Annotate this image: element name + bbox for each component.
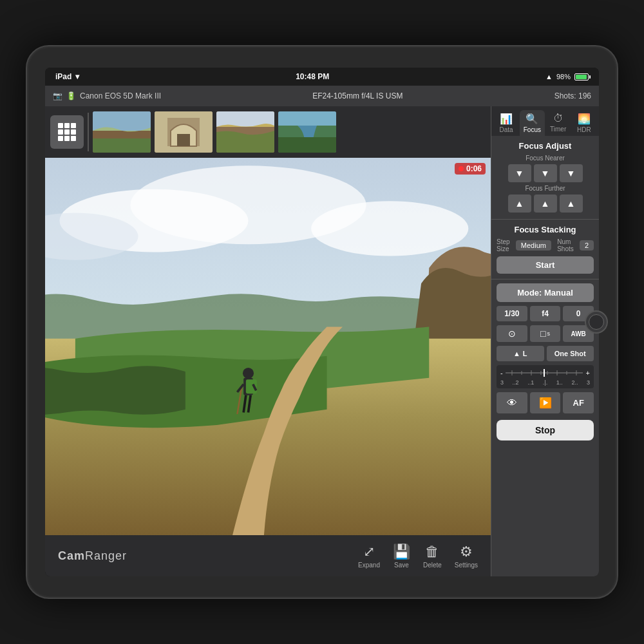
wb-label: AWB: [571, 330, 586, 337]
stop-button[interactable]: Stop: [497, 420, 594, 440]
thumbnail-1[interactable]: [93, 111, 151, 153]
metering-button[interactable]: ⊙: [497, 325, 527, 342]
landscape-photo: [45, 158, 491, 535]
delete-button[interactable]: 🗑 Delete: [423, 544, 442, 569]
tab-data[interactable]: 📊 Data: [494, 110, 518, 136]
num-shots-label: NumShots: [557, 238, 574, 252]
focus-stacking-title: Focus Stacking: [497, 225, 594, 234]
right-panel: 📊 Data 🔍 Focus ⏱ Timer 🌅 HDR: [491, 106, 599, 576]
live-view-button[interactable]: 👁: [497, 392, 527, 413]
camera-icon: 📷: [53, 91, 62, 100]
status-bar: iPad ▾ 10:48 PM ▲ 98%: [45, 68, 599, 86]
brand-bold: Cam: [58, 549, 85, 562]
shots-count: Shots: 196: [554, 91, 591, 100]
exposure-row: 1/30 f4 0: [491, 306, 599, 325]
app-bar: 📷 🔋 Canon EOS 5D Mark III EF24-105mm f/4…: [45, 86, 599, 106]
grid-view-button[interactable]: [50, 115, 84, 149]
thumbnail-strip: [45, 106, 491, 158]
mode-button[interactable]: Mode: Manual: [497, 283, 594, 302]
step-size-value[interactable]: Medium: [516, 240, 551, 251]
focus-further-small[interactable]: ▲: [508, 194, 531, 213]
svg-rect-5: [177, 134, 190, 146]
shutter-speed[interactable]: 1/30: [497, 306, 527, 321]
toolbar-icons: ⤢ Expand 💾 Save 🗑 Delete ⚙: [358, 544, 478, 569]
time-display: 10:48 PM: [296, 72, 329, 81]
drive-size-label: L: [523, 350, 527, 357]
af-mode-label: One Shot: [554, 350, 586, 357]
timer-tab-label: Timer: [550, 126, 566, 133]
brand-logo: CamRanger: [58, 549, 127, 563]
svg-point-19: [243, 368, 254, 379]
device-label: iPad: [55, 72, 71, 81]
video-icon: ▶️: [539, 397, 552, 409]
focus-stacking-section: Focus Stacking StepSize Medium NumShots …: [491, 220, 599, 279]
focus-further-medium[interactable]: ▲: [534, 194, 557, 213]
aperture[interactable]: f4: [530, 306, 561, 321]
expand-label: Expand: [358, 562, 380, 569]
camera-mode-row: ⊙ □s AWB: [491, 325, 599, 346]
start-button[interactable]: Start: [497, 256, 594, 274]
focus-further-label: Focus Further: [497, 185, 594, 192]
delete-icon: 🗑: [425, 544, 439, 560]
step-size-row: StepSize Medium NumShots 2: [497, 238, 594, 252]
drive-button[interactable]: ▲ L: [497, 346, 544, 361]
svg-rect-8: [278, 111, 336, 126]
thumbnail-2[interactable]: [155, 111, 213, 153]
location-icon: ▲: [545, 73, 553, 80]
focus-further-buttons: ▲ ▲ ▲: [497, 194, 594, 213]
save-button[interactable]: 💾 Save: [393, 544, 410, 569]
thumbnail-3[interactable]: [216, 111, 274, 153]
af-button[interactable]: AF: [563, 392, 594, 413]
num-shots-value[interactable]: 2: [580, 240, 594, 251]
svg-point-14: [311, 201, 468, 256]
focus-nearer-buttons: ▼ ▼ ▼: [497, 164, 594, 182]
metering-icon: ⊙: [508, 328, 516, 339]
hdr-tab-icon: 🌅: [578, 113, 591, 125]
main-content: 0:06 CamRanger ⤢ Expand 💾: [45, 106, 599, 576]
settings-label: Settings: [455, 562, 478, 569]
focus-tab-label: Focus: [524, 126, 541, 133]
timer-dot: [459, 166, 464, 171]
ipad-frame: iPad ▾ 10:48 PM ▲ 98% 📷 🔋 Canon EOS 5D M…: [26, 45, 618, 599]
step-size-label: StepSize: [497, 238, 510, 252]
tab-timer[interactable]: ⏱ Timer: [546, 110, 571, 136]
home-button-inner: [589, 314, 604, 330]
ipad-screen: iPad ▾ 10:48 PM ▲ 98% 📷 🔋 Canon EOS 5D M…: [45, 68, 599, 576]
focus-nearer-small[interactable]: ▼: [508, 164, 531, 182]
drive-mode-button[interactable]: □s: [530, 325, 561, 342]
expand-icon: ⤢: [363, 544, 375, 560]
exposure-scale: [503, 368, 586, 378]
settings-button[interactable]: ⚙ Settings: [455, 544, 478, 569]
drive-af-row: ▲ L One Shot: [491, 346, 599, 365]
focus-further-large[interactable]: ▲: [560, 194, 583, 213]
left-panel: 0:06 CamRanger ⤢ Expand 💾: [45, 106, 491, 576]
af-mode-button[interactable]: One Shot: [547, 346, 594, 361]
tab-hdr[interactable]: 🌅 HDR: [572, 110, 596, 136]
expand-button[interactable]: ⤢ Expand: [358, 544, 380, 569]
exposure-bar[interactable]: -: [497, 365, 594, 388]
bottom-bar: CamRanger ⤢ Expand 💾 Save 🗑: [45, 535, 491, 576]
panel-spacer: [491, 443, 599, 576]
tab-focus[interactable]: 🔍 Focus: [520, 110, 544, 136]
video-button[interactable]: ▶️: [530, 392, 561, 413]
focus-nearer-large[interactable]: ▼: [560, 164, 583, 182]
battery-fill: [576, 75, 587, 79]
eye-icon: 👁: [507, 397, 517, 409]
brand-light: Ranger: [85, 549, 127, 562]
plus-sign: +: [586, 369, 590, 377]
battery-pct: 98%: [556, 73, 571, 80]
af-label: AF: [573, 398, 584, 408]
data-tab-icon: 📊: [500, 113, 513, 125]
delete-label: Delete: [423, 562, 442, 569]
lens-name: EF24-105mm f/4L IS USM: [166, 91, 549, 100]
home-button[interactable]: [585, 310, 608, 334]
hdr-tab-label: HDR: [577, 126, 591, 133]
battery-icon-small: 🔋: [66, 91, 76, 100]
thumbnail-4[interactable]: [278, 111, 336, 153]
camera-name: Canon EOS 5D Mark III: [80, 91, 161, 100]
timer-badge: 0:06: [455, 163, 486, 175]
wifi-icon: ▾: [75, 72, 79, 81]
focus-nearer-medium[interactable]: ▼: [534, 164, 557, 182]
grid-icon: [58, 123, 76, 141]
focus-adjust-section: Focus Adjust Focus Nearer ▼ ▼ ▼ Focus Fu…: [491, 136, 599, 220]
